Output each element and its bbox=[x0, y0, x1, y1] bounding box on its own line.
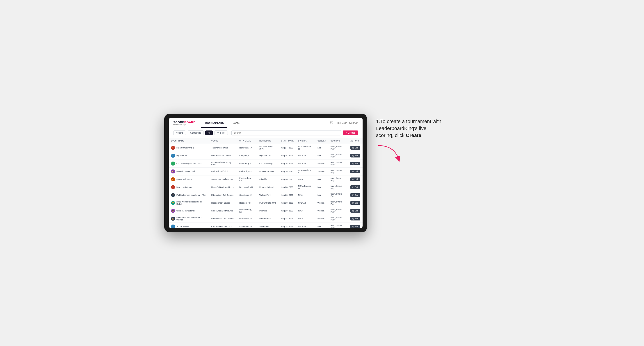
event-name-text: 2023 Women's Hesston Fall Kickoff bbox=[176, 201, 207, 205]
cell-event-name: 🏌 MSMC Qualifying 1 bbox=[169, 144, 209, 152]
cell-event-name: 🏌 Carl Sandburg Women FA23 bbox=[169, 160, 209, 168]
table-row: 🦅 Fall Statesmen Invitational - Men Edmu… bbox=[169, 191, 362, 199]
edit-icon bbox=[352, 226, 354, 227]
event-name-text: MSMC Qualifying 1 bbox=[176, 147, 194, 149]
cell-actions: Edit bbox=[348, 144, 362, 152]
filter-icon bbox=[217, 132, 219, 134]
cell-city-state: Newburgh, NY bbox=[237, 144, 257, 152]
edit-button[interactable]: Edit bbox=[350, 146, 360, 150]
cell-city-state: Faribault, MN bbox=[237, 168, 257, 175]
filter-icon-btn[interactable]: Filter bbox=[214, 131, 228, 135]
cell-actions: Edit bbox=[348, 215, 362, 223]
cell-hosted-by: Pikeville bbox=[257, 207, 279, 215]
cell-gender: Men bbox=[315, 144, 328, 152]
edit-button[interactable]: Edit bbox=[350, 225, 360, 228]
main-nav: TOURNAMENTS TEAMS bbox=[201, 118, 243, 128]
cell-division: NJCAA II bbox=[296, 199, 315, 207]
edit-icon bbox=[352, 147, 354, 149]
cell-gender: Men bbox=[315, 183, 328, 191]
edit-icon bbox=[352, 155, 354, 157]
edit-icon bbox=[352, 163, 354, 165]
cell-division: NAIA bbox=[296, 207, 315, 215]
team-logo: 🏌 bbox=[171, 162, 175, 166]
table-row: 🦅 Maverick Invitational Faribault Golf C… bbox=[169, 168, 362, 175]
table-row: 🏆 2023 Women's Hesston Fall Kickoff Hess… bbox=[169, 199, 362, 207]
hosting-filter-btn[interactable]: Hosting bbox=[173, 131, 186, 135]
edit-button[interactable]: Edit bbox=[350, 185, 360, 189]
cell-division: NAIA bbox=[296, 191, 315, 199]
team-logo: 🦅 bbox=[171, 217, 175, 221]
cell-division: NAIA bbox=[296, 175, 315, 183]
team-logo: 🦅 bbox=[171, 193, 175, 197]
all-filter-btn[interactable]: All bbox=[205, 131, 213, 135]
cell-hosted-by: Carl Sandburg bbox=[257, 160, 279, 168]
filter-label: Filter bbox=[220, 132, 225, 134]
cell-scoring: team, Stroke Play bbox=[328, 144, 348, 152]
header-right: Test User Sign Out bbox=[330, 121, 358, 125]
arrow-icon bbox=[376, 143, 403, 166]
search-input[interactable] bbox=[232, 130, 341, 136]
cell-division: NCAA Division II bbox=[296, 168, 315, 175]
cell-start-date: Aug 28, 2023 bbox=[279, 223, 296, 228]
cell-scoring: team, Stroke Play bbox=[328, 152, 348, 160]
edit-button[interactable]: Edit bbox=[350, 177, 360, 181]
edit-button[interactable]: Edit bbox=[350, 154, 360, 158]
table-row: 🏌 Carl Sandburg Women FA23 Lake Bracken … bbox=[169, 160, 362, 168]
cell-venue: Edmundson Golf Course bbox=[209, 191, 237, 199]
cell-actions: Edit bbox=[348, 183, 362, 191]
tab-tournaments[interactable]: TOURNAMENTS bbox=[201, 118, 227, 128]
edit-button[interactable]: Edit bbox=[350, 193, 360, 197]
tab-teams[interactable]: TEAMS bbox=[227, 118, 243, 128]
cell-division: NCAA Division III bbox=[296, 183, 315, 191]
cell-hosted-by: William Penn bbox=[257, 215, 279, 223]
cell-start-date: Aug 28, 2023 bbox=[279, 191, 296, 199]
cell-hosted-by: Minnesota-Morris bbox=[257, 183, 279, 191]
event-name-text: Carl Sandburg Women FA23 bbox=[176, 163, 202, 165]
cell-event-name: 🏌 Highland 36 bbox=[169, 152, 209, 160]
table-row: 🏌 Highland 36 Park Hills Golf Course Fre… bbox=[169, 152, 362, 160]
cell-scoring: team, Stroke Play bbox=[328, 215, 348, 223]
col-venue: VENUE bbox=[209, 138, 237, 144]
cell-event-name: 🦅 UPIKE Fall Invite bbox=[169, 175, 209, 183]
edit-button[interactable]: Edit bbox=[350, 217, 360, 220]
cell-scoring: team, Stroke Play bbox=[328, 175, 348, 183]
col-start-date: START DATE bbox=[279, 138, 296, 144]
col-gender: GENDER bbox=[315, 138, 328, 144]
cell-scoring: team, Stroke Play bbox=[328, 223, 348, 228]
cell-venue: Rutger's Bay Lake Resort bbox=[209, 183, 237, 191]
team-logo: 🏌 bbox=[171, 224, 175, 228]
edit-icon bbox=[352, 218, 354, 220]
create-button[interactable]: + Create bbox=[343, 131, 358, 135]
event-name-text: Highland 36 bbox=[176, 155, 187, 157]
table-body: 🏌 MSMC Qualifying 1 The Powelton Club Ne… bbox=[169, 144, 362, 228]
cell-start-date: Aug 26, 2023 bbox=[279, 160, 296, 168]
col-division: DIVISION bbox=[296, 138, 315, 144]
cell-division: NAIA bbox=[296, 215, 315, 223]
cell-start-date: Aug 28, 2023 bbox=[279, 183, 296, 191]
tablet-screen: SCOREBOARD Powered by clippit TOURNAMENT… bbox=[169, 118, 362, 228]
cell-hosted-by: Minnesota State bbox=[257, 168, 279, 175]
table-row: 🏌 VU PREVIEW Cypress Hills Golf Club Vin… bbox=[169, 223, 362, 228]
cell-gender: Men bbox=[315, 191, 328, 199]
settings-icon[interactable] bbox=[330, 121, 334, 125]
edit-button[interactable]: Edit bbox=[350, 209, 360, 213]
team-logo: 🦅 bbox=[171, 177, 175, 181]
page-wrapper: SCOREBOARD Powered by clippit TOURNAMENT… bbox=[164, 114, 480, 232]
cell-city-state: Oskaloosa, IA bbox=[237, 191, 257, 199]
edit-button[interactable]: Edit bbox=[350, 170, 360, 173]
event-name-text: Morris Invitational bbox=[176, 186, 192, 188]
table-container: EVENT NAME VENUE CITY, STATE HOSTED BY S… bbox=[169, 138, 362, 228]
event-name-text: VU PREVIEW bbox=[176, 225, 189, 228]
cell-event-name: 🦅 Fall Statesmen Invitational - Men bbox=[169, 191, 209, 199]
edit-button[interactable]: Edit bbox=[350, 162, 360, 165]
cell-venue: Lake Bracken Country Club bbox=[209, 160, 237, 168]
cell-city-state: Galesburg, IL bbox=[237, 160, 257, 168]
sign-out-link[interactable]: Sign Out bbox=[349, 122, 358, 124]
edit-icon bbox=[352, 202, 354, 204]
edit-button[interactable]: Edit bbox=[350, 201, 360, 205]
cell-venue: StoneCrest Golf Course bbox=[209, 175, 237, 183]
col-actions: ACTIONS bbox=[348, 138, 362, 144]
cell-division: NCAA Division III bbox=[296, 144, 315, 152]
svg-point-0 bbox=[331, 122, 332, 123]
competing-filter-btn[interactable]: Competing bbox=[188, 131, 204, 135]
